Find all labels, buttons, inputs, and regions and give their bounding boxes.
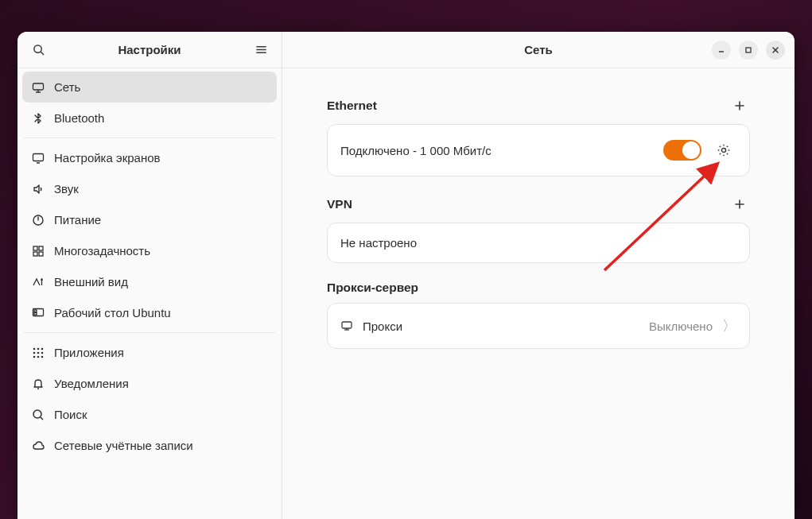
svg-point-21	[33, 347, 36, 350]
sidebar-header: Настройки	[17, 32, 282, 68]
sidebar-item-sound[interactable]: Звук	[22, 173, 277, 204]
sidebar: Настройки Сеть	[17, 32, 282, 519]
sidebar-item-bluetooth[interactable]: Bluetooth	[22, 103, 277, 134]
svg-point-25	[37, 351, 40, 354]
sidebar-item-label: Внешний вид	[54, 275, 128, 289]
sidebar-item-displays[interactable]: Настройка экранов	[22, 142, 277, 173]
sidebar-item-label: Сетевые учётные записи	[54, 439, 193, 452]
vpn-row: Не настроено	[328, 223, 749, 262]
sidebar-item-network[interactable]: Сеть	[22, 72, 277, 103]
svg-point-24	[33, 351, 36, 354]
apps-icon	[32, 347, 45, 359]
sidebar-item-appearance[interactable]: Внешний вид	[22, 266, 277, 297]
close-button[interactable]	[766, 41, 785, 60]
window-controls	[705, 41, 785, 60]
svg-point-28	[37, 355, 40, 358]
svg-rect-13	[39, 246, 43, 250]
ethernet-settings-button[interactable]	[711, 137, 736, 163]
sidebar-item-label: Звук	[54, 182, 79, 196]
network-icon	[32, 81, 45, 94]
section-header-vpn: VPN	[327, 194, 750, 215]
maximize-icon	[744, 46, 752, 54]
svg-rect-12	[33, 246, 37, 250]
display-icon	[32, 152, 45, 165]
sidebar-item-label: Приложения	[54, 346, 124, 359]
section-title: Ethernet	[327, 99, 377, 113]
svg-point-26	[41, 351, 44, 354]
svg-point-27	[33, 355, 36, 358]
chevron-right-icon: 〉	[722, 316, 736, 335]
close-icon	[771, 46, 779, 54]
sidebar-list: Сеть Bluetooth Настройка экранов	[17, 68, 282, 519]
ethernet-card: Подключено - 1 000 Мбит/с	[327, 124, 750, 176]
section-header-proxy: Прокси-сервер	[327, 281, 750, 295]
sidebar-item-label: Bluetooth	[54, 111, 104, 125]
maximize-button[interactable]	[739, 41, 758, 60]
sidebar-item-label: Уведомления	[54, 377, 129, 390]
sidebar-item-online-accounts[interactable]: Сетевые учётные записи	[22, 430, 277, 461]
bell-icon	[32, 378, 45, 390]
ubuntu-desktop-icon	[32, 307, 45, 320]
sidebar-item-label: Поиск	[54, 408, 87, 421]
svg-rect-8	[33, 153, 44, 161]
vpn-card: Не настроено	[327, 223, 750, 263]
settings-window: Настройки Сеть	[17, 32, 795, 519]
search-icon	[33, 44, 45, 56]
svg-rect-14	[33, 252, 37, 256]
proxy-value: Выключено	[649, 320, 713, 333]
svg-rect-34	[746, 48, 751, 52]
plus-icon	[734, 100, 745, 111]
add-vpn-button[interactable]	[729, 194, 750, 215]
sidebar-separator	[24, 332, 275, 333]
section-title: VPN	[327, 197, 352, 211]
sidebar-item-ubuntu-desktop[interactable]: Рабочий стол Ubuntu	[22, 297, 277, 328]
proxy-card: Прокси Выключено 〉	[327, 303, 750, 349]
sidebar-item-multitasking[interactable]: Многозадачность	[22, 235, 277, 266]
svg-point-0	[33, 45, 41, 52]
svg-point-31	[33, 410, 41, 418]
main-panel: Сеть	[282, 32, 795, 519]
svg-line-1	[41, 52, 44, 55]
svg-rect-15	[39, 252, 43, 256]
proxy-row[interactable]: Прокси Выключено 〉	[328, 304, 749, 348]
svg-point-39	[721, 148, 725, 152]
toggle-knob	[682, 141, 700, 159]
sidebar-item-search[interactable]: Поиск	[22, 399, 277, 430]
add-ethernet-button[interactable]	[729, 95, 750, 116]
appearance-icon	[32, 276, 45, 289]
sidebar-item-label: Многозадачность	[54, 244, 150, 258]
sidebar-separator	[24, 137, 275, 138]
svg-rect-19	[34, 310, 37, 312]
sidebar-item-label: Рабочий стол Ubuntu	[54, 306, 171, 320]
section-title: Прокси-сервер	[327, 281, 418, 295]
multitasking-icon	[32, 245, 45, 258]
svg-rect-20	[34, 312, 37, 315]
ethernet-toggle[interactable]	[663, 140, 701, 161]
magnify-icon	[32, 409, 45, 421]
minimize-button[interactable]	[712, 41, 731, 60]
section-header-ethernet: Ethernet	[327, 95, 750, 116]
plus-icon	[734, 199, 745, 210]
svg-point-22	[37, 347, 40, 350]
vpn-status: Не настроено	[340, 236, 736, 250]
sidebar-item-power[interactable]: Питание	[22, 204, 277, 235]
ethernet-status: Подключено - 1 000 Мбит/с	[340, 144, 654, 157]
main-header: Сеть	[282, 32, 795, 68]
svg-rect-42	[342, 322, 352, 328]
sidebar-item-notifications[interactable]: Уведомления	[22, 368, 277, 399]
svg-line-32	[41, 417, 43, 420]
sidebar-item-apps[interactable]: Приложения	[22, 337, 277, 368]
content: Ethernet Подключено - 1 000 Мбит/с	[282, 68, 795, 519]
svg-point-23	[41, 347, 44, 350]
power-icon	[32, 214, 45, 227]
menu-button[interactable]	[250, 39, 272, 61]
sidebar-item-label: Сеть	[54, 80, 80, 94]
page-title: Сеть	[371, 43, 705, 56]
search-button[interactable]	[27, 39, 49, 61]
svg-point-29	[41, 355, 44, 358]
proxy-icon	[340, 320, 353, 332]
sidebar-title: Настройки	[49, 43, 250, 56]
bluetooth-icon	[32, 112, 45, 125]
minimize-icon	[717, 46, 725, 54]
svg-rect-5	[33, 83, 44, 90]
